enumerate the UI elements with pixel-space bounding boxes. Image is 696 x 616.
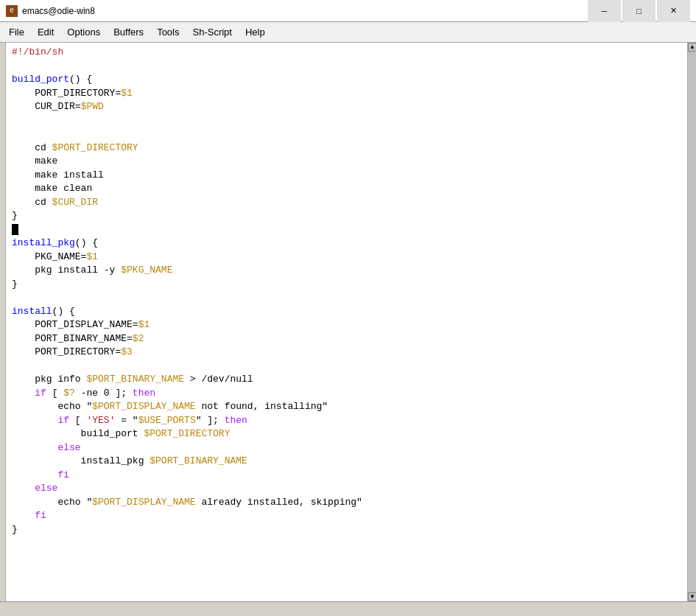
menu-tools[interactable]: Tools xyxy=(151,24,185,40)
code-line: PORT_DISPLAY_NAME=$1 xyxy=(12,318,681,332)
app-icon: e xyxy=(6,5,18,17)
editor-container: #!/bin/sh build_port() { PORT_DIRECTORY=… xyxy=(0,43,696,601)
code-line: pkg info $PORT_BINARY_NAME > /dev/null xyxy=(12,373,681,387)
code-line: install() { xyxy=(12,305,681,319)
text-cursor xyxy=(12,224,18,235)
cursor-line xyxy=(12,223,681,237)
window-controls: ─ □ ✕ xyxy=(588,0,690,22)
code-line: install_pkg $PORT_BINARY_NAME xyxy=(12,455,681,469)
code-line: install_pkg() { xyxy=(12,237,681,251)
code-line xyxy=(12,114,681,128)
status-bar xyxy=(0,601,696,616)
vertical-scrollbar[interactable]: ▲ ▼ xyxy=(687,43,696,601)
window-title: emacs@odie-win8 xyxy=(22,6,588,16)
menu-buffers[interactable]: Buffers xyxy=(108,24,150,40)
scroll-down-button[interactable]: ▼ xyxy=(688,592,696,601)
code-line: else xyxy=(12,482,681,496)
code-line: PORT_BINARY_NAME=$2 xyxy=(12,332,681,346)
menu-edit[interactable]: Edit xyxy=(32,24,60,40)
code-line: make install xyxy=(12,169,681,183)
code-line: cd $CUR_DIR xyxy=(12,196,681,210)
code-line: if [ $? -ne 0 ]; then xyxy=(12,387,681,401)
code-line: } xyxy=(12,209,681,223)
code-line: pkg install -y $PKG_NAME xyxy=(12,264,681,278)
menu-file[interactable]: File xyxy=(3,24,30,40)
code-line: } xyxy=(12,523,681,537)
line-gutter xyxy=(0,43,6,601)
code-line: cd $PORT_DIRECTORY xyxy=(12,141,681,155)
code-line: CUR_DIR=$PWD xyxy=(12,100,681,114)
menu-help[interactable]: Help xyxy=(239,24,271,40)
code-line: PORT_DIRECTORY=$3 xyxy=(12,346,681,360)
code-line: PKG_NAME=$1 xyxy=(12,251,681,265)
code-line xyxy=(12,291,681,305)
code-line: build_port $PORT_DIRECTORY xyxy=(12,427,681,441)
code-line: make xyxy=(12,155,681,169)
minimize-button[interactable]: ─ xyxy=(588,0,621,22)
code-line: fi xyxy=(12,469,681,483)
close-button[interactable]: ✕ xyxy=(657,0,690,22)
title-bar: e emacs@odie-win8 ─ □ ✕ xyxy=(0,0,696,22)
code-line: } xyxy=(12,278,681,292)
scroll-thumb[interactable] xyxy=(688,52,696,592)
code-line: #!/bin/sh xyxy=(12,46,681,60)
maximize-button[interactable]: □ xyxy=(622,0,655,22)
code-area[interactable]: #!/bin/sh build_port() { PORT_DIRECTORY=… xyxy=(6,43,687,601)
code-line: echo "$PORT_DISPLAY_NAME already install… xyxy=(12,496,681,510)
menu-bar: File Edit Options Buffers Tools Sh-Scrip… xyxy=(0,22,696,43)
code-line: PORT_DIRECTORY=$1 xyxy=(12,87,681,101)
code-line: if [ 'YES' = "$USE_PORTS" ]; then xyxy=(12,414,681,428)
scroll-up-button[interactable]: ▲ xyxy=(688,43,696,52)
code-line xyxy=(12,127,681,141)
code-line xyxy=(12,60,681,74)
code-line: echo "$PORT_DISPLAY_NAME not found, inst… xyxy=(12,400,681,414)
code-line: make clean xyxy=(12,182,681,196)
code-line xyxy=(12,360,681,374)
code-line: else xyxy=(12,441,681,455)
menu-sh-script[interactable]: Sh-Script xyxy=(186,24,237,40)
code-line: build_port() { xyxy=(12,73,681,87)
code-line: fi xyxy=(12,509,681,523)
menu-options[interactable]: Options xyxy=(61,24,106,40)
